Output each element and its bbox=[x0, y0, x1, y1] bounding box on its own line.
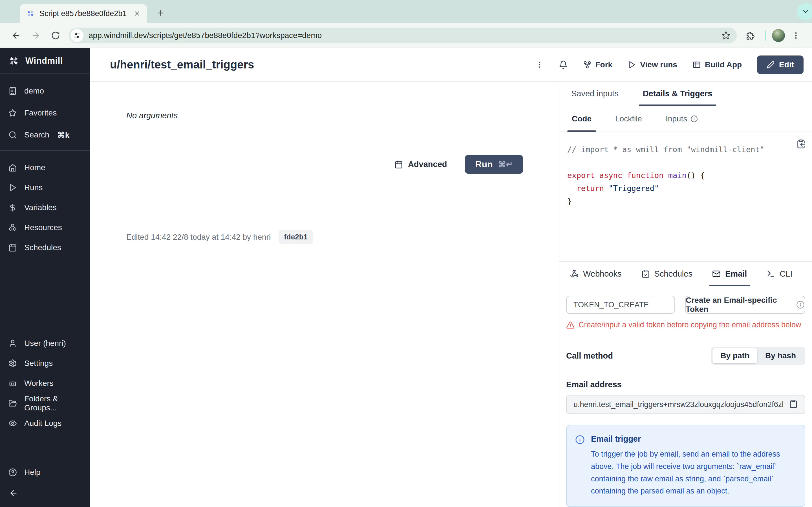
sidebar-item-schedules[interactable]: Schedules bbox=[0, 237, 90, 258]
edited-row: Edited 14:42 22/8 today at 14:42 by henr… bbox=[126, 230, 523, 244]
search-shortcut: ⌘k bbox=[57, 130, 70, 140]
version-hash-badge[interactable]: fde2b1 bbox=[278, 230, 313, 244]
sidebar-collapse-button[interactable] bbox=[0, 483, 90, 503]
mail-icon bbox=[712, 270, 721, 278]
sidebar-help-row: Help bbox=[0, 461, 90, 483]
create-email-token-button[interactable]: Create an Email-specific Token bbox=[685, 296, 805, 314]
bell-icon[interactable] bbox=[559, 60, 568, 69]
code-function-name: main bbox=[668, 171, 687, 180]
sidebar-item-folders[interactable]: Folders & Groups... bbox=[0, 393, 90, 413]
folder-open-icon bbox=[8, 399, 17, 407]
url-bar[interactable]: app.windmill.dev/scripts/get/e857be88e0f… bbox=[69, 27, 737, 43]
robot-icon bbox=[8, 379, 17, 388]
help-circle-icon bbox=[8, 468, 17, 476]
by-path-option[interactable]: By path bbox=[712, 348, 757, 363]
app-window-icon bbox=[693, 61, 701, 69]
sidebar-item-help[interactable]: Help bbox=[0, 461, 90, 483]
tab-code[interactable]: Code bbox=[567, 106, 596, 131]
sidebar-nav-account: User (henri) Settings Workers Folders & … bbox=[0, 333, 90, 433]
tab-inputs[interactable]: Inputs bbox=[661, 106, 702, 131]
eye-icon bbox=[8, 419, 17, 428]
sidebar-item-label: User (henri) bbox=[24, 339, 66, 348]
tab-webhooks[interactable]: Webhooks bbox=[567, 262, 624, 286]
no-arguments-text: No arguments bbox=[126, 111, 523, 120]
run-button[interactable]: Run ⌘↵ bbox=[465, 155, 523, 174]
sidebar-item-label: Folders & Groups... bbox=[24, 394, 82, 412]
code-keyword: export async function bbox=[567, 171, 668, 180]
email-address-field[interactable]: u.henri.test_email_triggers+mrsw23zlouxg… bbox=[566, 395, 805, 414]
build-app-button[interactable]: Build App bbox=[693, 60, 742, 69]
tab-email[interactable]: Email bbox=[709, 262, 750, 286]
info-body: To trigger the job by email, send an ema… bbox=[591, 448, 794, 497]
tab-schedules[interactable]: Schedules bbox=[639, 262, 695, 286]
info-content: Email trigger To trigger the job by emai… bbox=[591, 434, 794, 497]
token-input[interactable] bbox=[566, 296, 675, 314]
tab-lockfile[interactable]: Lockfile bbox=[611, 106, 647, 131]
run-label: Run bbox=[475, 159, 493, 170]
sidebar-item-home[interactable]: Home bbox=[0, 158, 90, 177]
code-punctuation: } bbox=[567, 197, 572, 206]
call-method-label: Call method bbox=[566, 351, 613, 360]
extensions-icon[interactable] bbox=[741, 27, 759, 44]
browser-tabstrip: Script e857be88e0fde2b1 | W bbox=[0, 0, 812, 23]
search-icon bbox=[8, 131, 17, 139]
tab-close-icon[interactable] bbox=[132, 8, 143, 19]
sidebar-item-runs[interactable]: Runs bbox=[0, 177, 90, 198]
by-hash-option[interactable]: By hash bbox=[757, 348, 804, 363]
calendar-icon bbox=[395, 160, 403, 169]
tab-title: Script e857be88e0fde2b1 | W bbox=[40, 9, 127, 18]
fork-button[interactable]: Fork bbox=[583, 60, 613, 69]
sidebar-item-variables[interactable]: Variables bbox=[0, 198, 90, 217]
refresh-icon[interactable] bbox=[47, 27, 64, 44]
tab-code-label: Code bbox=[572, 114, 592, 123]
arrow-left-icon bbox=[9, 489, 18, 498]
tab-search-chevron-button[interactable] bbox=[797, 3, 812, 20]
tab-details-triggers[interactable]: Details & Triggers bbox=[639, 82, 716, 106]
call-method-toggle: By path By hash bbox=[711, 347, 805, 365]
sidebar-item-user[interactable]: User (henri) bbox=[0, 333, 90, 353]
sidebar-item-label: Search bbox=[24, 130, 49, 139]
more-menu-icon[interactable] bbox=[536, 61, 544, 69]
sidebar-item-audit-logs[interactable]: Audit Logs bbox=[0, 413, 90, 433]
browser-profile-avatar[interactable] bbox=[772, 29, 785, 42]
sidebar-item-search[interactable]: Search ⌘k bbox=[0, 124, 90, 146]
edit-button[interactable]: Edit bbox=[757, 55, 804, 74]
app-root: Windmill demo Favorites Search ⌘k bbox=[0, 48, 812, 507]
code-viewer[interactable]: // import * as wmill from "windmill-clie… bbox=[559, 132, 812, 262]
sidebar-spacer bbox=[0, 258, 90, 333]
sidebar-item-favorites[interactable]: Favorites bbox=[0, 102, 90, 124]
edited-text: Edited 14:42 22/8 today at 14:42 by henr… bbox=[126, 233, 271, 242]
back-icon[interactable] bbox=[7, 27, 25, 44]
sidebar-item-resources[interactable]: Resources bbox=[0, 217, 90, 237]
sidebar-logo[interactable]: Windmill bbox=[0, 48, 90, 74]
browser-toolbar: app.windmill.dev/scripts/get/e857be88e0f… bbox=[0, 23, 812, 48]
copy-code-icon[interactable] bbox=[796, 139, 806, 150]
advanced-button[interactable]: Advanced bbox=[395, 160, 447, 169]
token-row: Create an Email-specific Token bbox=[566, 296, 805, 314]
browser-menu-icon[interactable] bbox=[787, 27, 805, 44]
token-warning-text: Create/input a valid token before copyin… bbox=[578, 321, 801, 329]
call-method-row: Call method By path By hash bbox=[566, 347, 805, 365]
git-fork-icon bbox=[583, 61, 592, 69]
new-tab-button[interactable] bbox=[153, 5, 168, 21]
sidebar-item-workers[interactable]: Workers bbox=[0, 373, 90, 393]
browser-tab[interactable]: Script e857be88e0fde2b1 | W bbox=[20, 4, 147, 23]
run-shortcut: ⌘↵ bbox=[498, 160, 513, 169]
forward-icon[interactable] bbox=[27, 27, 45, 44]
sidebar-nav-top: demo Favorites Search ⌘k bbox=[0, 74, 90, 146]
workarea: u/henri/test_email_triggers Fork View ru… bbox=[90, 48, 812, 507]
tab-cli[interactable]: CLI bbox=[764, 262, 795, 286]
view-runs-button[interactable]: View runs bbox=[627, 60, 677, 69]
sidebar-item-workspace[interactable]: demo bbox=[0, 80, 90, 102]
site-settings-icon[interactable] bbox=[70, 29, 84, 42]
bookmark-star-icon[interactable] bbox=[721, 31, 730, 40]
tab-saved-inputs[interactable]: Saved inputs bbox=[567, 82, 622, 106]
fork-label: Fork bbox=[596, 60, 613, 69]
calendar-check-icon bbox=[642, 270, 650, 278]
sidebar-item-settings[interactable]: Settings bbox=[0, 353, 90, 373]
sidebar-item-label: Schedules bbox=[24, 243, 61, 252]
advanced-label: Advanced bbox=[408, 160, 447, 169]
toolbar-separator bbox=[765, 31, 766, 41]
copy-address-icon[interactable] bbox=[789, 399, 798, 409]
build-app-label: Build App bbox=[705, 60, 742, 69]
